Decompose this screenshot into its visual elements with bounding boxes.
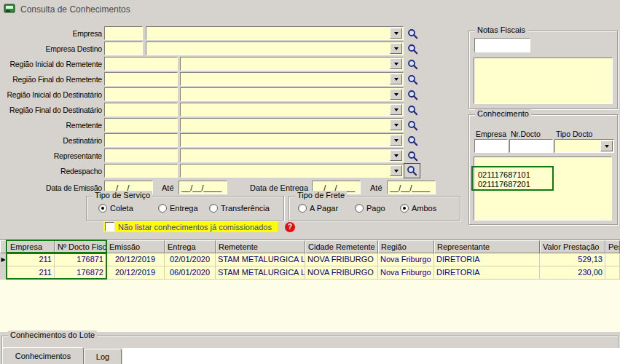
table-row[interactable]: ▶ 211 176871 20/12/2019 02/01/2020 STAM … <box>0 253 620 266</box>
chevron-down-icon[interactable] <box>390 74 402 84</box>
search-icon[interactable] <box>404 163 420 178</box>
destinatario-combo[interactable] <box>180 133 404 147</box>
col-header-regiao[interactable]: Região <box>378 240 434 253</box>
col-header-cidade-remetente[interactable]: Cidade Remetente <box>305 240 378 253</box>
data-emissao-ate-input[interactable] <box>178 181 227 194</box>
representante-code-input[interactable] <box>104 149 178 162</box>
empresa-destino-code-input[interactable] <box>104 41 143 55</box>
remetente-code-input[interactable] <box>104 118 178 132</box>
radio-ambos[interactable]: Ambos <box>400 204 436 213</box>
cell-peso[interactable] <box>605 253 620 266</box>
cell-docto-fiscal[interactable]: 176871 <box>55 253 106 266</box>
cell-emissao[interactable]: 20/12/2019 <box>106 253 165 266</box>
search-icon[interactable] <box>406 27 419 40</box>
remetente-combo[interactable] <box>180 118 404 132</box>
chevron-down-icon[interactable] <box>390 28 402 39</box>
cell-valor-prestacao[interactable]: 230,00 <box>540 266 605 280</box>
radio-ambos-input[interactable] <box>400 204 409 213</box>
col-header-entrega[interactable]: Entrega <box>165 240 216 253</box>
list-item[interactable]: 021117687101 <box>474 170 611 180</box>
conhecimento-tipo-docto-combo[interactable] <box>554 139 614 153</box>
chevron-down-icon[interactable] <box>390 43 402 54</box>
chevron-down-icon[interactable] <box>390 104 402 115</box>
col-header-empresa[interactable]: Empresa <box>7 240 55 253</box>
empresa-destino-combo[interactable] <box>146 41 404 55</box>
cell-entrega[interactable]: 02/01/2020 <box>165 253 216 266</box>
representante-combo[interactable] <box>180 149 404 162</box>
cell-representante[interactable]: DIRETORIA <box>434 266 540 280</box>
regiao-inicial-remetente-combo[interactable] <box>180 57 404 71</box>
redespacho-combo[interactable] <box>180 164 404 178</box>
col-header-valor-prestacao[interactable]: Valor Prestação <box>540 240 605 253</box>
cell-empresa[interactable]: 211 <box>7 253 55 266</box>
cell-remetente[interactable]: STAM METALURGICA LT <box>216 253 305 266</box>
cell-emissao[interactable]: 20/12/2019 <box>106 266 165 280</box>
radio-transferencia[interactable]: Transferência <box>209 204 270 213</box>
cell-entrega[interactable]: 06/01/2020 <box>165 266 216 280</box>
regiao-inicial-destinatario-combo[interactable] <box>180 87 404 101</box>
data-entrega-ate-input[interactable] <box>387 181 436 194</box>
nota-fiscal-input[interactable] <box>474 38 530 52</box>
col-header-peso[interactable]: Peso <box>605 240 620 253</box>
cell-regiao[interactable]: Nova Friburgo - RJ <box>378 253 434 266</box>
chevron-down-icon[interactable] <box>390 150 402 161</box>
exclude-commissioned-checkbox[interactable]: Não listar conhecimentos já comissionado… <box>103 221 278 232</box>
regiao-inicial-remetente-code-input[interactable] <box>104 57 178 71</box>
radio-pago[interactable]: Pago <box>355 204 385 213</box>
radio-transferencia-input[interactable] <box>209 204 218 213</box>
list-item[interactable]: 021117687201 <box>474 180 611 189</box>
cell-docto-fiscal[interactable]: 176872 <box>55 266 106 280</box>
regiao-final-destinatario-combo[interactable] <box>180 103 404 116</box>
regiao-inicial-destinatario-code-input[interactable] <box>104 87 178 101</box>
col-header-representante[interactable]: Representante <box>434 240 540 253</box>
search-icon[interactable] <box>406 119 419 132</box>
search-icon[interactable] <box>406 58 419 71</box>
radio-coleta-input[interactable] <box>98 204 107 213</box>
cell-valor-prestacao[interactable]: 529,13 <box>540 253 605 266</box>
search-icon[interactable] <box>406 134 419 147</box>
help-icon[interactable]: ? <box>285 222 295 232</box>
search-icon[interactable] <box>406 42 419 55</box>
redespacho-code-input[interactable] <box>104 164 178 178</box>
search-icon[interactable] <box>406 149 419 162</box>
search-icon[interactable] <box>406 88 419 101</box>
search-icon[interactable] <box>406 103 419 116</box>
radio-entrega-input[interactable] <box>158 204 167 213</box>
radio-entrega[interactable]: Entrega <box>158 204 198 213</box>
empresa-combo[interactable] <box>146 26 404 40</box>
chevron-down-icon[interactable] <box>390 89 402 100</box>
tab-conhecimentos[interactable]: Conhecimentos <box>2 347 84 364</box>
regiao-final-remetente-combo[interactable] <box>180 72 404 86</box>
cell-cidade-remetente[interactable]: NOVA FRIBURGO <box>305 253 378 266</box>
conhecimento-nr-docto-input[interactable] <box>509 139 553 153</box>
cell-regiao[interactable]: Nova Friburgo - RJ <box>378 266 434 280</box>
col-header-docto-fiscal[interactable]: Nº Docto Fiscal <box>55 240 106 253</box>
empresa-code-input[interactable] <box>104 26 143 40</box>
table-row[interactable]: 211 176872 20/12/2019 06/01/2020 STAM ME… <box>0 266 620 280</box>
col-header-remetente[interactable]: Remetente <box>216 240 305 253</box>
exclude-commissioned-checkbox-input[interactable] <box>105 222 114 232</box>
radio-a-pagar-input[interactable] <box>298 204 307 213</box>
chevron-down-icon[interactable] <box>390 165 402 176</box>
cell-representante[interactable]: DIRETORIA <box>434 253 540 266</box>
col-header-emissao[interactable]: Emissão <box>106 240 165 253</box>
notas-fiscais-list[interactable] <box>474 58 613 104</box>
search-icon[interactable] <box>406 73 419 86</box>
chevron-down-icon[interactable] <box>600 141 613 151</box>
radio-coleta[interactable]: Coleta <box>98 204 133 213</box>
conhecimento-list[interactable]: 021117687101 021117687201 <box>474 157 612 221</box>
radio-a-pagar[interactable]: A Pagar <box>298 204 338 213</box>
chevron-down-icon[interactable] <box>390 119 402 130</box>
cell-peso[interactable] <box>605 266 620 280</box>
cell-cidade-remetente[interactable]: NOVA FRIBURGO <box>305 266 378 280</box>
regiao-final-remetente-code-input[interactable] <box>104 72 178 86</box>
regiao-final-destinatario-code-input[interactable] <box>104 103 178 116</box>
conhecimento-empresa-input[interactable] <box>474 139 508 153</box>
chevron-down-icon[interactable] <box>390 58 402 69</box>
radio-pago-input[interactable] <box>355 204 364 213</box>
cell-empresa[interactable]: 211 <box>7 266 55 280</box>
tab-log[interactable]: Log <box>84 349 122 364</box>
destinatario-code-input[interactable] <box>104 133 178 147</box>
chevron-down-icon[interactable] <box>390 135 402 146</box>
cell-remetente[interactable]: STAM METALURGICA LT <box>216 266 305 280</box>
